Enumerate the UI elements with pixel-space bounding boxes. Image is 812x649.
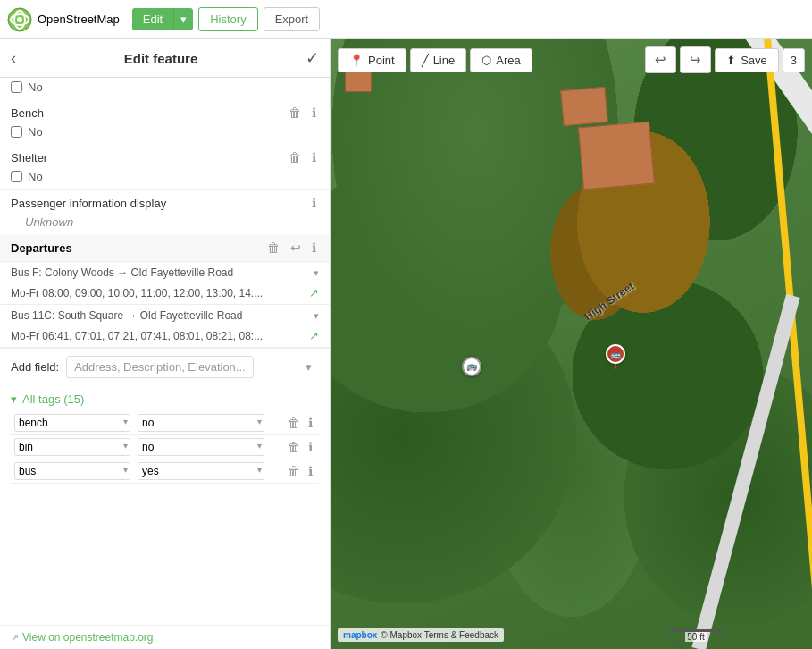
redo-button[interactable]: ↪ xyxy=(680,46,711,73)
tag-val-wrapper: yes xyxy=(138,462,264,480)
departures-info-button[interactable]: ℹ xyxy=(309,240,319,256)
shelter-delete-button[interactable]: 🗑 xyxy=(286,149,304,165)
edit-button[interactable]: Edit xyxy=(132,8,173,30)
export-button[interactable]: Export xyxy=(264,7,321,31)
tags-table: bench no 🗑 ℹ xyxy=(11,411,319,484)
bus-f-ext-link-icon[interactable]: ↗ xyxy=(309,286,319,299)
line-button[interactable]: ╱ Line xyxy=(410,48,467,72)
tag-key-wrapper: bin xyxy=(14,438,130,456)
bus-f-row: Bus F: Colony Woods → Old Fayetteville R… xyxy=(0,262,330,283)
area-label: Area xyxy=(496,54,520,67)
shelter-info-button[interactable]: ℹ xyxy=(309,149,319,165)
bus-marker-1: 🚌 xyxy=(461,357,482,382)
logo-text: OpenStreetMap xyxy=(38,13,120,26)
top-checkbox-label: No xyxy=(28,80,43,94)
osm-link[interactable]: ↗ View on openstreetmap.org xyxy=(11,631,319,644)
undo-button[interactable]: ↩ xyxy=(645,46,676,73)
tags-toggle-label: All tags (15) xyxy=(22,392,84,406)
tag-actions: 🗑 ℹ xyxy=(268,435,320,459)
panel-body: No Bench 🗑 ℹ No Shelter 🗑 ℹ xyxy=(0,78,330,625)
save-icon: ⬆ xyxy=(726,54,736,67)
osm-link-text: View on openstreetmap.org xyxy=(22,631,154,644)
tags-section: ▾ All tags (15) bench n xyxy=(0,385,330,484)
map-area[interactable]: High Street 🚌 🚌 📍 Point ╱ Line xyxy=(331,39,812,649)
tag-actions: 🗑 ℹ xyxy=(268,411,320,435)
bus-f-times-row: Mo-Fr 08:00, 09:00, 10:00, 11:00, 12:00,… xyxy=(0,283,330,304)
shelter-checkbox-row: No xyxy=(0,167,330,189)
passenger-info-value: Unknown xyxy=(25,215,73,229)
tag-key-select[interactable]: bin xyxy=(14,438,130,456)
tag-value-select[interactable]: yes xyxy=(138,462,264,480)
bus-11c-label: Bus 11C: South Square → Old Fayetteville… xyxy=(11,309,310,322)
tag-value-select[interactable]: no xyxy=(138,438,264,456)
departures-undo-button[interactable]: ↩ xyxy=(288,240,304,256)
changes-count-button[interactable]: 3 xyxy=(783,48,805,72)
bus-f-label: Bus F: Colony Woods → Old Fayetteville R… xyxy=(11,266,310,279)
bus-marker-2: 🚌 xyxy=(605,344,626,369)
edit-dropdown-button[interactable]: ▾ xyxy=(173,8,193,30)
top-checkbox[interactable] xyxy=(11,81,22,93)
add-field-select[interactable]: Address, Description, Elevation... xyxy=(66,356,254,378)
table-row: bin no 🗑 ℹ xyxy=(11,435,319,459)
point-button[interactable]: 📍 Point xyxy=(338,48,406,72)
bus-f-chevron-icon: ▾ xyxy=(314,267,319,279)
departures-header: Departures 🗑 ↩ ℹ xyxy=(0,234,330,262)
tags-toggle[interactable]: ▾ All tags (15) xyxy=(11,392,319,411)
point-label: Point xyxy=(368,54,395,67)
left-panel: ‹ Edit feature ✓ No Bench 🗑 ℹ No xyxy=(0,39,331,649)
area-button[interactable]: ⬡ Area xyxy=(470,48,532,72)
tag-key-wrapper: bus xyxy=(14,462,130,480)
tag-key-select[interactable]: bus xyxy=(14,462,130,480)
point-icon: 📍 xyxy=(349,54,364,67)
bench-icons: 🗑 ℹ xyxy=(286,105,319,121)
edit-btn-group: Edit ▾ xyxy=(132,8,193,30)
building-2 xyxy=(560,86,607,125)
map-attribution: mapbox © Mapbox Terms & Feedback xyxy=(338,628,504,642)
area-icon: ⬡ xyxy=(481,54,491,67)
tag-delete-button[interactable]: 🗑 xyxy=(285,439,303,455)
bench-checkbox[interactable] xyxy=(11,126,22,138)
bus-11c-ext-link-icon[interactable]: ↗ xyxy=(309,329,319,342)
top-checkbox-row: No xyxy=(0,78,330,99)
line-icon: ╱ xyxy=(422,54,429,67)
scale-bar: 50 ft xyxy=(669,629,723,642)
tag-value-cell: yes xyxy=(134,459,268,484)
unknown-icon: — xyxy=(11,216,21,229)
save-label: Save xyxy=(741,54,767,67)
save-button[interactable]: ⬆ Save xyxy=(715,48,779,72)
osm-logo-icon xyxy=(7,7,32,32)
tag-info-button[interactable]: ℹ xyxy=(306,415,315,431)
confirm-button[interactable]: ✓ xyxy=(306,48,319,68)
tags-toggle-icon: ▾ xyxy=(11,392,17,406)
tag-key-cell: bus xyxy=(11,459,134,484)
tag-info-button[interactable]: ℹ xyxy=(306,439,315,455)
svg-point-3 xyxy=(17,17,22,22)
bench-info-button[interactable]: ℹ xyxy=(309,105,319,121)
bus-11c-times-row: Mo-Fr 06:41, 07:01, 07:21, 07:41, 08:01,… xyxy=(0,326,330,347)
tag-key-cell: bench xyxy=(11,411,134,435)
passenger-info-button[interactable]: ℹ xyxy=(309,195,319,211)
tag-value-select[interactable]: no xyxy=(138,414,264,432)
passenger-info-icons: ℹ xyxy=(309,195,319,211)
table-row: bus yes 🗑 ℹ xyxy=(11,459,319,484)
tag-key-wrapper: bench xyxy=(14,414,130,432)
tag-key-select[interactable]: bench xyxy=(14,414,130,432)
back-button[interactable]: ‹ xyxy=(11,49,16,68)
departures-delete-button[interactable]: 🗑 xyxy=(264,240,282,256)
tag-delete-button[interactable]: 🗑 xyxy=(285,463,303,479)
bus-11c-times: Mo-Fr 06:41, 07:01, 07:21, 07:41, 08:01,… xyxy=(11,330,309,342)
bench-delete-button[interactable]: 🗑 xyxy=(286,105,304,121)
map-toolbar: 📍 Point ╱ Line ⬡ Area ↩ ↪ ⬆ Save 3 xyxy=(338,46,805,73)
tag-key-cell: bin xyxy=(11,435,134,459)
add-field-row: Add field: Address, Description, Elevati… xyxy=(0,348,330,385)
passenger-info-label: Passenger information display xyxy=(11,197,166,210)
tag-actions: 🗑 ℹ xyxy=(268,459,320,484)
shelter-icons: 🗑 ℹ xyxy=(286,149,319,165)
tag-info-button[interactable]: ℹ xyxy=(306,463,315,479)
history-button[interactable]: History xyxy=(198,7,257,31)
shelter-label: Shelter xyxy=(11,151,47,164)
main-content: ‹ Edit feature ✓ No Bench 🗑 ℹ No xyxy=(0,39,812,649)
tag-delete-button[interactable]: 🗑 xyxy=(285,415,303,431)
tag-value-cell: no xyxy=(134,435,268,459)
shelter-checkbox[interactable] xyxy=(11,171,22,182)
